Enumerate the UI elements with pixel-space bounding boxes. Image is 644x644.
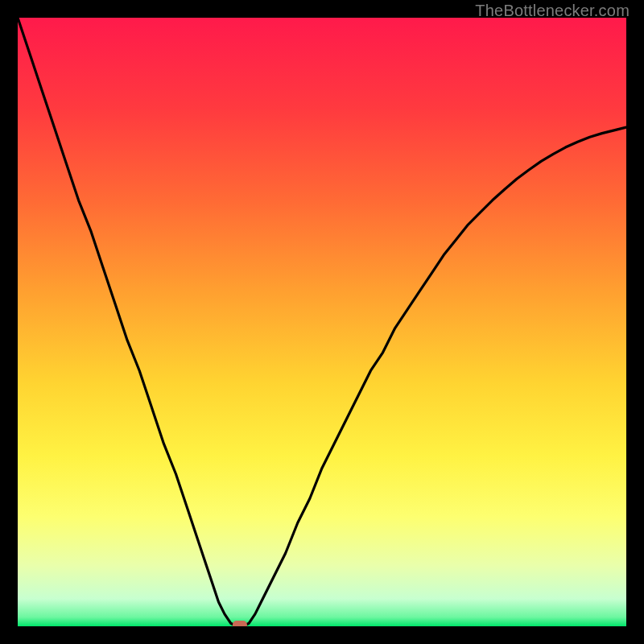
chart-frame: TheBottlenecker.com: [0, 0, 644, 644]
optimal-point-marker: [233, 621, 247, 626]
chart-plot-area: [18, 18, 626, 626]
bottleneck-curve-chart: [18, 18, 626, 626]
heatmap-background: [18, 18, 626, 626]
attribution-label: TheBottlenecker.com: [475, 2, 630, 20]
